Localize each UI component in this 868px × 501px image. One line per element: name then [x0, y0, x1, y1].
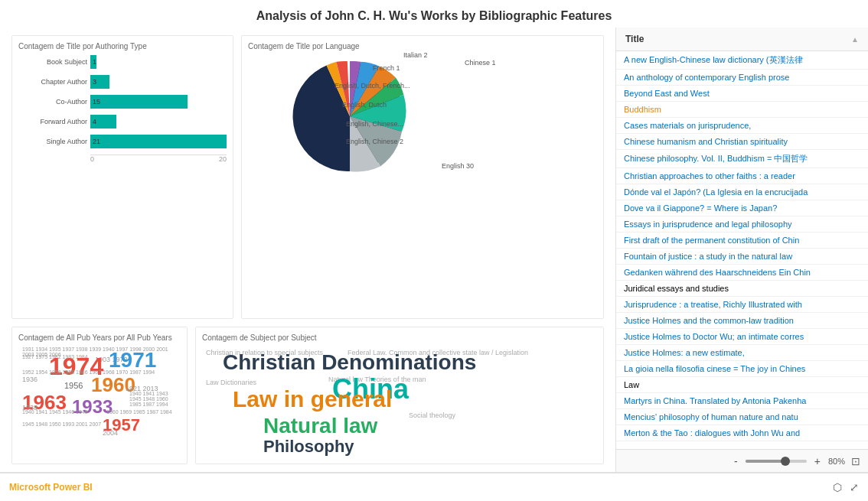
content-area: Contagem de Title por Authoring Type Boo… [0, 28, 868, 472]
bar-track-single: 21 [90, 135, 227, 148]
title-item-20[interactable]: La gioia nella filosofia cinese = The jo… [616, 361, 868, 377]
zoom-level-label: 80% [828, 457, 845, 466]
bar-row-forward: Forward Author 4 [18, 115, 227, 129]
wordcloud-box: Contagem de Subject por Subject Christia… [195, 327, 604, 464]
zoom-bar: - + 80% ⊡ [616, 449, 868, 472]
title-item-9[interactable]: Dónde val el Japón? (La Iglesia en la en… [616, 184, 868, 200]
wordcloud-content: Christian in relation to special subject… [202, 346, 597, 457]
bar-label-chapter: Chapter Author [18, 78, 87, 86]
pub-years-content: 1931 1934 1935 1937 1938 1939 1940 1997 … [18, 346, 181, 454]
powerbi-link[interactable]: Microsoft Power BI [9, 482, 93, 493]
zoom-slider-handle[interactable] [781, 457, 790, 466]
yr-tiny-11: 2004 [103, 429, 118, 437]
bar-value-single: 21 [93, 138, 100, 145]
bar-fill-chapter: 3 [90, 75, 109, 89]
bar-chart-box: Contagem de Title por Authoring Type Boo… [11, 35, 233, 319]
title-item-5[interactable]: Cases materials on jurisprudence, [616, 118, 868, 134]
title-list[interactable]: A new English-Chinese law dictionary (英漢… [616, 51, 868, 449]
bottom-charts-row: Contagem de All Pub Years por All Pub Ye… [11, 327, 604, 464]
title-item-19[interactable]: Justice Holmes: a new estimate, [616, 345, 868, 361]
bar-label-single: Single Author [18, 138, 87, 145]
right-panel: Title ▲ A new English-Chinese law dictio… [615, 28, 868, 472]
title-item-15[interactable]: Juridical essays and studies [616, 281, 868, 297]
bar-row-chapter: Chapter Author 3 [18, 75, 227, 89]
wc-natural-law: Natural law [263, 414, 377, 438]
bar-label-coauthor: Co-Author [18, 98, 87, 106]
expand-icon[interactable]: ⤢ [850, 481, 859, 493]
pie-label-english: English 30 [442, 162, 474, 170]
pie-label-chinese: Chinese 1 [465, 59, 496, 67]
wc-law-general: Law in general [233, 386, 392, 412]
zoom-slider[interactable] [746, 460, 807, 463]
title-item-23[interactable]: Mencius' philosophy of human nature and … [616, 409, 868, 425]
title-item-22[interactable]: Martyrs in China. Translated by Antonia … [616, 393, 868, 409]
bar-label-forward: Forward Author [18, 118, 87, 125]
yr-tiny-10: 1945 1948 1950 1993 2001 2007 [22, 421, 101, 427]
bar-chart-title: Contagem de Title por Authoring Type [18, 42, 227, 50]
yr-tiny-8: 1940 1941 1945 1946 1948 [22, 409, 88, 415]
pie-label-italian: Italian 2 [403, 51, 428, 59]
zoom-plus-button[interactable]: + [813, 456, 822, 467]
bar-value-coauthor: 15 [93, 98, 100, 106]
wc-christian-denoms: Christian Denominations [223, 350, 476, 375]
title-scroll-indicator: ▲ [851, 35, 859, 44]
footer-icons: ⬡ ⤢ [833, 481, 859, 493]
fit-screen-icon[interactable]: ⊡ [851, 455, 860, 467]
page-title: Analysis of John C. H. Wu's Works by Bib… [0, 0, 868, 28]
title-item-24[interactable]: Merton & the Tao : dialogues with John W… [616, 425, 868, 441]
pub-years-title: Contagem de All Pub Years por All Pub Ye… [18, 333, 181, 342]
title-item-18[interactable]: Justice Holmes to Doctor Wu; an intimate… [616, 329, 868, 345]
title-item-4[interactable]: Buddhism [616, 102, 868, 118]
yr-tiny-6: 1940 1941 1943 1945 1948 1960 1985 1987 … [129, 391, 181, 407]
pie-chart-title: Contagem de Title por Language [248, 42, 597, 50]
pie-label-french: French 1 [373, 64, 400, 72]
pie-label-enchin1: English, Chinese... [346, 120, 403, 128]
share-icon[interactable]: ⬡ [833, 481, 842, 493]
bar-value-book: 1 [93, 58, 96, 66]
zoom-minus-button[interactable]: - [733, 456, 739, 467]
bar-track-forward: 4 [90, 115, 227, 129]
title-item-3[interactable]: Beyond East and West [616, 86, 868, 102]
bar-fill-single: 21 [90, 135, 227, 148]
pie-svg [289, 55, 411, 177]
bar-fill-book: 1 [90, 55, 96, 69]
title-item-17[interactable]: Justice Holmes and the common-law tradit… [616, 313, 868, 329]
bar-label-book: Book Subject [18, 58, 87, 66]
title-item-1[interactable]: A new English-Chinese law dictionary (英漢… [616, 51, 868, 70]
pie-chart-box: Contagem de Title por Language [241, 35, 604, 319]
yr-1956: 1956 [64, 381, 83, 390]
bar-value-forward: 4 [93, 118, 96, 125]
pie-wrapper: Chinese 1 Italian 2 French 1 English, Du… [248, 55, 597, 177]
pie-label-enchin2: English, Chinese 2 [346, 138, 403, 145]
title-item-11[interactable]: Essays in jurisprudence and legal philos… [616, 216, 868, 233]
wc-word-5: Social theology [409, 412, 455, 419]
yr-tiny-5: 1936 [22, 376, 38, 383]
title-item-16[interactable]: Jurisprudence : a treatise, Richly Illus… [616, 297, 868, 313]
wordcloud-title: Contagem de Subject por Subject [202, 333, 597, 342]
title-item-7[interactable]: Chinese philosophy. Vol. II, Buddhism = … [616, 150, 868, 168]
yr-tiny-9: 1960 1969 1985 1987 1984 [106, 409, 172, 415]
wc-word-4: Law Dictionaries [206, 379, 256, 386]
title-item-14[interactable]: Gedanken während des Haarschneidens Ein … [616, 265, 868, 281]
bar-value-chapter: 3 [93, 78, 96, 86]
main-container: Analysis of John C. H. Wu's Works by Bib… [0, 0, 868, 501]
title-item-12[interactable]: First draft of the permanent constitutio… [616, 233, 868, 249]
title-item-21[interactable]: Law [616, 377, 868, 393]
bar-row-coauthor: Co-Author 15 [18, 95, 227, 109]
title-item-6[interactable]: Chinese humanism and Christian spiritual… [616, 134, 868, 150]
bar-track-coauthor: 15 [90, 95, 227, 109]
bar-track-book: 1 [90, 55, 227, 69]
bar-row-book: Book Subject 1 [18, 55, 227, 69]
title-item-13[interactable]: Fountain of justice : a study in the nat… [616, 249, 868, 265]
bar-fill-forward: 4 [90, 115, 116, 129]
title-item-10[interactable]: Dove va il Giappone? = Where is Japan? [616, 200, 868, 216]
pub-years-box: Contagem de All Pub Years por All Pub Ye… [11, 327, 188, 464]
bar-row-single: Single Author 21 [18, 135, 227, 148]
title-item-2[interactable]: An anthology of contemporary English pro… [616, 70, 868, 86]
left-panel: Contagem de Title por Authoring Type Boo… [0, 28, 615, 472]
wc-philosophy: Philosophy [263, 437, 354, 457]
zoom-slider-fill [746, 460, 782, 463]
title-list-header: Title ▲ [616, 28, 868, 51]
bar-chart-bars: Book Subject 1 Chapter Author [18, 55, 227, 148]
title-item-8[interactable]: Christian approaches to other faiths : a… [616, 168, 868, 184]
